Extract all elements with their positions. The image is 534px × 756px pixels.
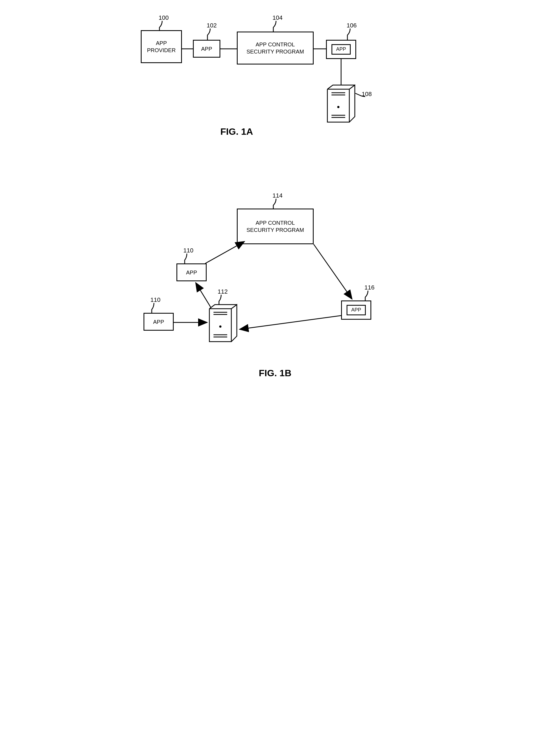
svg-line-17 (196, 283, 211, 307)
fig-1b-label: FIG. 1B (259, 368, 291, 378)
svg-line-16 (240, 315, 341, 329)
svg-line-15 (314, 244, 352, 299)
arrows-fig1b (130, 11, 404, 395)
svg-line-14 (205, 241, 245, 263)
diagram-canvas: APP PROVIDER 100 APP 102 APP CONTROL SEC… (130, 11, 404, 395)
